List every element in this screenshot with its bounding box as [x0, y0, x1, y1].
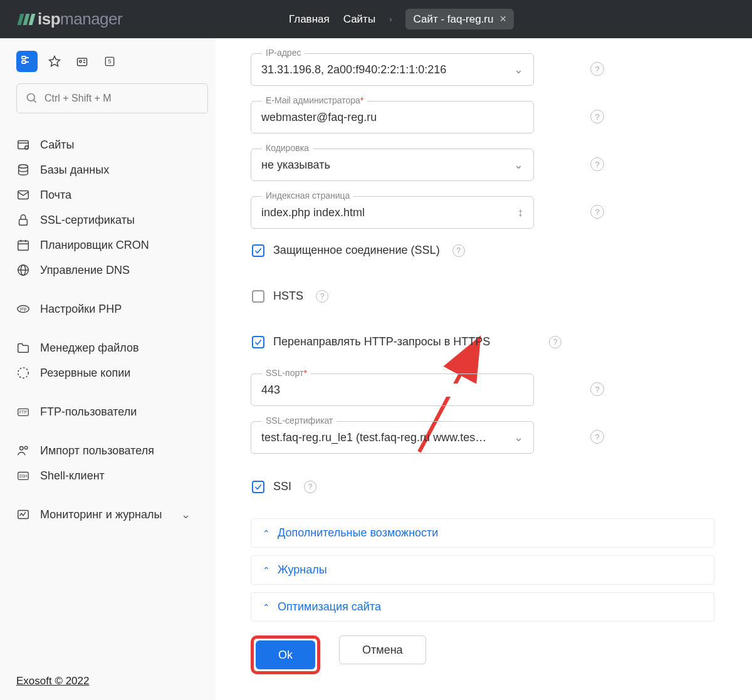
- sidebar-item-label: Мониторинг и журналы: [40, 508, 162, 521]
- sidebar-item-label: SSL-сертификаты: [40, 214, 135, 227]
- help-icon[interactable]: ?: [316, 290, 328, 303]
- help-icon[interactable]: ?: [304, 481, 316, 493]
- svg-rect-18: [19, 219, 28, 225]
- breadcrumb-current-label: Сайт - faq-reg.ru: [413, 13, 493, 26]
- accordion-optimization[interactable]: ⌃ Оптимизация сайта: [251, 592, 714, 622]
- accordion-title: Оптимизация сайта: [278, 600, 381, 614]
- accordion-title: Дополнительные возможности: [278, 526, 438, 540]
- sidebar-item-databases[interactable]: Базы данных: [16, 157, 216, 182]
- help-icon[interactable]: ?: [590, 62, 604, 76]
- sslcert-field: SSL-сертификат test.faq-reg.ru_le1 (test…: [251, 421, 577, 454]
- accordion-logs[interactable]: ⌃ Журналы: [251, 555, 714, 585]
- close-icon[interactable]: ×: [499, 13, 506, 26]
- sidebar-item-monitoring[interactable]: Мониторинг и журналы⌄: [16, 502, 216, 527]
- sidebar-item-php[interactable]: phpНастройки PHP: [16, 296, 216, 321]
- sidebar-item-ssl[interactable]: SSL-сертификаты: [16, 207, 216, 232]
- index-input[interactable]: [261, 206, 518, 219]
- sidebar-item-label: Импорт пользователя: [40, 444, 154, 457]
- help-icon[interactable]: ?: [590, 157, 604, 171]
- help-icon[interactable]: ?: [549, 336, 561, 348]
- sidebar-item-shell[interactable]: SSHShell-клиент: [16, 463, 216, 488]
- ip-value: 31.31.196.8, 2a00:f940:2:2:1:1:0:216: [261, 63, 446, 76]
- help-icon[interactable]: ?: [452, 244, 465, 257]
- encoding-label: Кодировка: [262, 143, 313, 153]
- svg-rect-0: [22, 56, 26, 59]
- svg-rect-35: [18, 511, 29, 519]
- breadcrumb-home[interactable]: Главная: [289, 13, 330, 26]
- sidebar-item-files[interactable]: Менеджер файлов: [16, 335, 216, 360]
- ssl-checkbox[interactable]: [252, 244, 264, 257]
- sidebar-item-dns[interactable]: Управление DNS: [16, 258, 216, 283]
- sidebar-item-label: Базы данных: [40, 164, 109, 177]
- svg-rect-1: [22, 61, 26, 63]
- email-field: E-Mail администратора* ?: [251, 101, 577, 133]
- search-icon: [26, 92, 38, 105]
- encoding-select[interactable]: не указывать ⌄: [251, 149, 534, 181]
- breadcrumb-current-tab[interactable]: Сайт - faq-reg.ru ×: [405, 9, 514, 29]
- redirect-checkbox-row: Перенаправлять HTTP-запросы в HTTPS ?: [251, 335, 577, 348]
- ip-field: IP-адрес 31.31.196.8, 2a00:f940:2:2:1:1:…: [251, 53, 577, 86]
- ssi-checkbox-row: SSI ?: [251, 480, 577, 493]
- five-box-icon[interactable]: 5: [99, 51, 120, 72]
- email-input[interactable]: [261, 111, 523, 124]
- tree-view-icon[interactable]: [16, 51, 38, 72]
- resize-icon[interactable]: ↕: [518, 206, 523, 219]
- hsts-checkbox[interactable]: [252, 290, 264, 303]
- ok-button[interactable]: Ok: [256, 640, 315, 669]
- sslcert-select[interactable]: test.faq-reg.ru_le1 (test.faq-reg.ru www…: [251, 421, 534, 454]
- help-icon[interactable]: ?: [590, 430, 604, 444]
- logo-light: manager: [60, 9, 122, 28]
- ssl-check-label: Защищенное соединение (SSL): [273, 244, 440, 257]
- sidebar-item-label: FTP-пользователи: [40, 405, 137, 419]
- button-row: Ok Отмена: [251, 635, 714, 674]
- sidebar-item-import[interactable]: Импорт пользователя: [16, 438, 216, 463]
- svg-rect-17: [18, 191, 29, 199]
- chevron-down-icon: ⌄: [514, 431, 523, 444]
- sidebar: 5 Сайты Базы данных Почта SSL-сертификат…: [0, 38, 216, 700]
- ssi-checkbox[interactable]: [252, 481, 264, 493]
- index-field: Индексная страница ↕ ?: [251, 196, 577, 229]
- sslcert-value: test.faq-reg.ru_le1 (test.faq-reg.ru www…: [261, 431, 486, 444]
- sidebar-item-label: Сайты: [40, 138, 74, 152]
- ip-label: IP-адрес: [262, 48, 305, 58]
- id-card-icon[interactable]: [71, 51, 93, 72]
- ssl-checkbox-row: Защищенное соединение (SSL) ?: [251, 244, 577, 257]
- help-icon[interactable]: ?: [590, 110, 604, 123]
- chevron-down-icon: ⌄: [514, 63, 523, 76]
- svg-marker-4: [50, 56, 60, 66]
- sidebar-item-mail[interactable]: Почта: [16, 182, 216, 207]
- logo-bold: isp: [38, 9, 60, 28]
- help-icon[interactable]: ?: [590, 205, 604, 219]
- svg-rect-13: [18, 141, 29, 149]
- sidebar-item-label: Планировщик CRON: [40, 239, 149, 252]
- footer-copyright[interactable]: Exosoft © 2022: [16, 675, 216, 687]
- redirect-checkbox[interactable]: [252, 336, 264, 348]
- sidebar-toolbar: 5: [16, 51, 216, 72]
- sidebar-item-label: Почта: [40, 189, 71, 202]
- chevron-up-icon: ⌃: [263, 528, 270, 538]
- accordion-advanced[interactable]: ⌃ Дополнительные возможности: [251, 518, 714, 548]
- sslport-label: SSL-порт*: [262, 368, 311, 378]
- sidebar-item-backup[interactable]: Резервные копии: [16, 360, 216, 385]
- sslport-input[interactable]: [261, 384, 523, 397]
- ok-button-highlight: Ok: [251, 635, 320, 674]
- svg-text:php: php: [20, 306, 27, 311]
- breadcrumb-sites[interactable]: Сайты: [343, 13, 375, 26]
- sidebar-item-label: Shell-клиент: [40, 469, 105, 483]
- sidebar-search[interactable]: [16, 83, 208, 113]
- ip-select[interactable]: 31.31.196.8, 2a00:f940:2:2:1:1:0:216 ⌄: [251, 53, 534, 86]
- svg-point-11: [28, 94, 35, 102]
- sidebar-item-sites[interactable]: Сайты: [16, 132, 216, 157]
- help-icon[interactable]: ?: [590, 382, 604, 396]
- cancel-button[interactable]: Отмена: [339, 635, 426, 664]
- svg-point-31: [20, 447, 24, 451]
- encoding-value: не указывать: [261, 159, 330, 172]
- breadcrumb: Главная Сайты › Сайт - faq-reg.ru ×: [289, 9, 514, 29]
- logo-stripes-icon: [19, 14, 34, 25]
- svg-point-32: [24, 446, 28, 449]
- sidebar-item-ftp[interactable]: FTPFTP-пользователи: [16, 399, 216, 424]
- search-input[interactable]: [44, 93, 199, 104]
- star-icon[interactable]: [44, 51, 65, 72]
- sidebar-item-cron[interactable]: Планировщик CRON: [16, 232, 216, 258]
- svg-point-6: [80, 60, 81, 62]
